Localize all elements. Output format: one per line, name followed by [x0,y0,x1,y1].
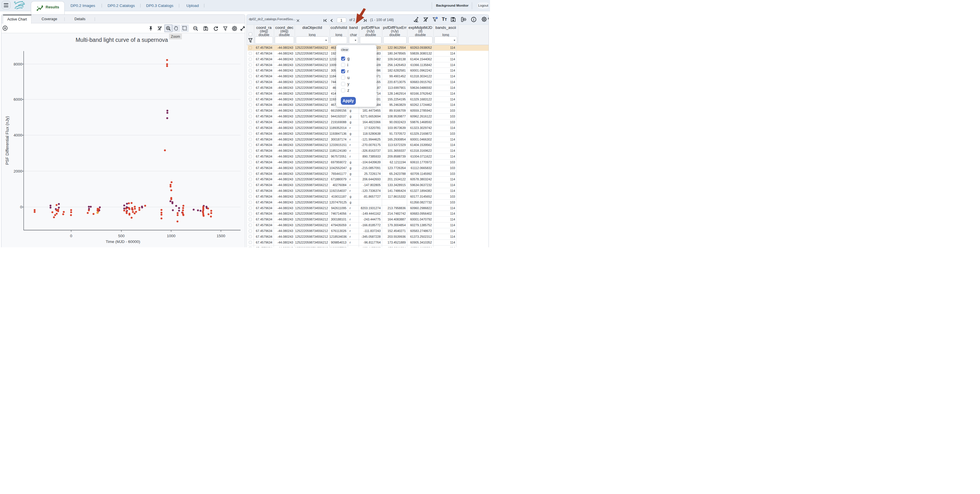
svg-text:1000: 1000 [167,234,175,238]
svg-text:0: 0 [20,205,22,209]
svg-text:2000: 2000 [14,169,22,173]
svg-text:Multi-band light curve of a su: Multi-band light curve of a supernova [76,37,168,43]
svg-text:8000: 8000 [14,62,22,67]
svg-text:T: T [445,17,447,22]
svg-text:1X: 1X [194,27,197,29]
svg-text:500: 500 [118,234,125,238]
svg-text:6000: 6000 [14,97,22,102]
svg-text:Time (MJD - 60000): Time (MJD - 60000) [106,240,140,244]
svg-text:T: T [442,17,445,22]
svg-text:4000: 4000 [14,133,22,137]
svg-text:1: 1 [436,17,437,19]
svg-text:0: 0 [70,234,72,238]
svg-text:PSF Differential Flux (nJy): PSF Differential Flux (nJy) [5,116,10,165]
svg-text:1500: 1500 [216,234,225,238]
